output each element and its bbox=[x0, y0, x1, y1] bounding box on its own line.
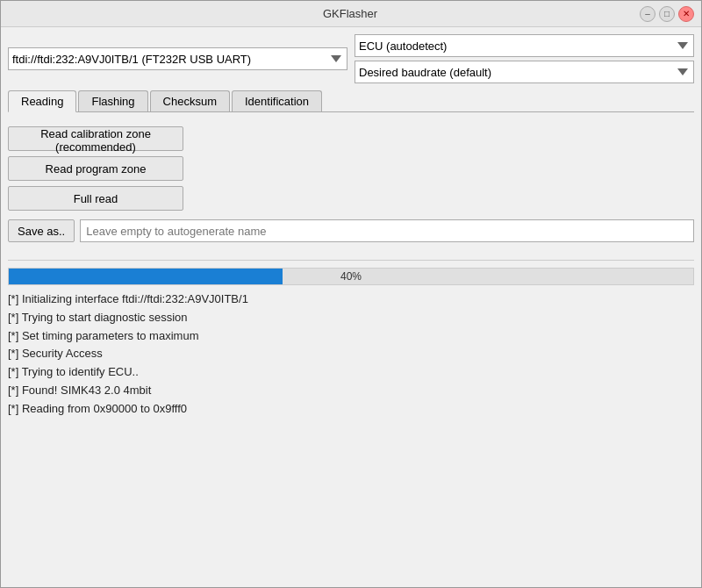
log-line: [*] Trying to start diagnostic session bbox=[8, 309, 694, 327]
tab-identification[interactable]: Identification bbox=[232, 90, 322, 111]
progress-bar-fill bbox=[9, 269, 283, 284]
read-program-button[interactable]: Read program zone bbox=[8, 156, 183, 181]
save-as-button[interactable]: Save as.. bbox=[8, 219, 75, 242]
save-row: Save as.. bbox=[8, 219, 694, 242]
window-controls: – □ ✕ bbox=[640, 6, 694, 22]
log-area: [*] Initializing interface ftdi://ftdi:2… bbox=[8, 290, 694, 419]
close-button[interactable]: ✕ bbox=[678, 6, 694, 22]
log-line: [*] Trying to identify ECU.. bbox=[8, 363, 694, 382]
log-line: [*] Reading from 0x90000 to 0x9fff0 bbox=[8, 400, 694, 419]
log-line: [*] Initializing interface ftdi://ftdi:2… bbox=[8, 290, 694, 309]
log-line: [*] Found! SIMK43 2.0 4mbit bbox=[8, 382, 694, 400]
progress-area: 40% [*] Initializing interface ftdi://ft… bbox=[8, 260, 694, 419]
tab-flashing[interactable]: Flashing bbox=[78, 90, 147, 111]
window-content: ftdi://ftdi:232:A9VJ0ITB/1 (FT232R USB U… bbox=[1, 27, 701, 587]
progress-label: 40% bbox=[340, 270, 362, 283]
window-title: GKFlasher bbox=[61, 7, 640, 20]
ecu-select[interactable]: ECU (autodetect) bbox=[355, 34, 694, 57]
tabs: Reading Flashing Checksum Identification bbox=[8, 90, 694, 112]
top-row: ftdi://ftdi:232:A9VJ0ITB/1 (FT232R USB U… bbox=[8, 34, 694, 83]
main-window: GKFlasher – □ ✕ ftdi://ftdi:232:A9VJ0ITB… bbox=[0, 0, 702, 588]
minimize-button[interactable]: – bbox=[640, 6, 655, 22]
maximize-button[interactable]: □ bbox=[659, 6, 675, 22]
log-line: [*] Set timing parameters to maximum bbox=[8, 327, 694, 346]
full-read-button[interactable]: Full read bbox=[8, 186, 183, 211]
read-calibration-button[interactable]: Read calibration zone (recommended) bbox=[8, 126, 183, 151]
log-line: [*] Security Access bbox=[8, 345, 694, 363]
save-filename-input[interactable] bbox=[80, 219, 694, 242]
device-select[interactable]: ftdi://ftdi:232:A9VJ0ITB/1 (FT232R USB U… bbox=[8, 47, 347, 70]
tab-content: Read calibration zone (recommended) Read… bbox=[8, 118, 694, 251]
progress-bar-container: 40% bbox=[8, 268, 694, 285]
title-bar: GKFlasher – □ ✕ bbox=[1, 1, 701, 27]
tab-checksum[interactable]: Checksum bbox=[150, 90, 230, 111]
baudrate-select[interactable]: Desired baudrate (default) bbox=[355, 61, 694, 83]
tab-reading[interactable]: Reading bbox=[8, 90, 76, 112]
device-select-wrapper: ftdi://ftdi:232:A9VJ0ITB/1 (FT232R USB U… bbox=[8, 47, 347, 70]
ecu-col: ECU (autodetect) Desired baudrate (defau… bbox=[355, 34, 694, 83]
